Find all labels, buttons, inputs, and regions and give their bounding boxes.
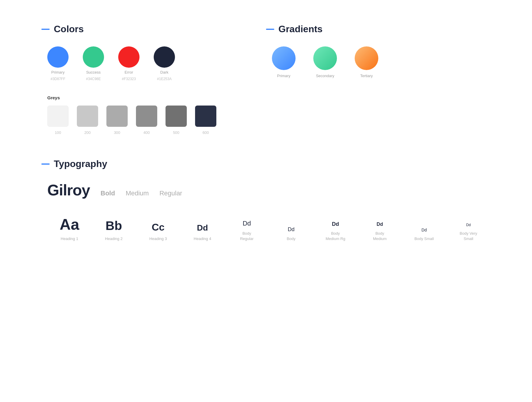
type-sample-char: Dd — [421, 228, 427, 232]
grey-swatch-item: 400 — [136, 106, 157, 135]
font-weight-bold: Bold — [100, 189, 115, 197]
typography-title: Typography — [54, 158, 107, 169]
color-circle — [47, 46, 69, 68]
swatch-hex: #1E253A — [157, 77, 171, 81]
type-sample-item: DdBody Regular — [225, 220, 269, 241]
typography-section: Typography Gilroy Bold Medium Regular Aa… — [41, 158, 491, 241]
grey-swatch-item: 200 — [77, 106, 98, 135]
swatch-hex: #3D87FF — [51, 77, 65, 81]
font-weight-regular: Regular — [159, 189, 182, 197]
color-swatch-item: Success#34C98E — [83, 46, 104, 81]
type-sample-char: Bb — [106, 220, 122, 232]
grey-swatches: 100200300400500600 — [47, 106, 266, 135]
grey-square — [77, 106, 98, 127]
type-sample-label: Heading 1 — [61, 236, 78, 241]
type-sample-item: DdHeading 4 — [180, 224, 225, 241]
color-swatch-item: Error#F32323 — [118, 46, 140, 81]
color-circle — [83, 46, 104, 68]
font-name: Gilroy — [47, 181, 90, 199]
type-sample-item: AaHeading 1 — [47, 217, 92, 241]
type-sample-char: Cc — [152, 222, 164, 232]
font-weight-medium: Medium — [126, 189, 149, 197]
type-sample-label: Body Very Small — [460, 231, 477, 241]
type-sample-label: Heading 3 — [149, 236, 167, 241]
typography-header: Typography — [41, 158, 491, 169]
typography-dash — [41, 163, 50, 165]
colors-dash — [41, 29, 50, 30]
type-sample-label: Body Medium — [373, 231, 387, 241]
type-sample-char: Dd — [288, 227, 294, 232]
type-sample-char: Dd — [332, 221, 339, 227]
grey-square — [106, 106, 128, 127]
grey-swatch-item: 600 — [195, 106, 216, 135]
grey-label: 600 — [202, 130, 209, 135]
grey-swatch-item: 500 — [166, 106, 187, 135]
type-sample-char: Dd — [466, 223, 471, 227]
greys-title: Greys — [47, 95, 266, 100]
colors-header: Colors — [41, 24, 266, 35]
color-circle — [118, 46, 140, 68]
grey-square — [195, 106, 216, 127]
grey-label: 200 — [84, 130, 91, 135]
colors-title: Colors — [54, 24, 84, 35]
gradient-circle — [313, 46, 337, 70]
type-sample-char: Aa — [60, 217, 79, 232]
swatch-label: Success — [86, 70, 100, 74]
gradients-header: Gradients — [266, 24, 491, 35]
type-sample-char: Dd — [197, 224, 208, 232]
type-sample-label: Body Regular — [240, 231, 254, 241]
grey-label: 100 — [55, 130, 61, 135]
swatch-hex: #34C98E — [86, 77, 101, 81]
type-sample-char: Dd — [243, 220, 251, 227]
swatch-label: Dark — [160, 70, 168, 74]
swatch-label: Primary — [51, 70, 65, 74]
type-sample-item: DdBody Medium Rg — [313, 221, 358, 241]
type-sample-item: DdBody Medium — [358, 222, 402, 241]
main-container: Colors Primary#3D87FFSuccess#34C98EError… — [0, 0, 532, 265]
grey-label: 400 — [143, 130, 150, 135]
type-sample-item: CcHeading 3 — [136, 222, 180, 241]
top-row: Colors Primary#3D87FFSuccess#34C98EError… — [41, 24, 491, 135]
type-sample-label: Body Small — [414, 236, 434, 241]
type-samples: AaHeading 1BbHeading 2CcHeading 3DdHeadi… — [47, 217, 491, 241]
grey-square — [47, 106, 69, 127]
swatch-hex: #F32323 — [122, 77, 136, 81]
gradient-label: Tertiary — [360, 74, 373, 78]
gradient-swatch-item: Secondary — [313, 46, 337, 78]
type-sample-label: Heading 2 — [105, 236, 122, 241]
color-circle — [154, 46, 175, 68]
gradients-dash — [266, 29, 274, 30]
grey-label: 300 — [114, 130, 120, 135]
type-sample-item: DdBody Small — [402, 228, 446, 241]
type-sample-label: Body Medium Rg — [326, 231, 345, 241]
grey-square — [136, 106, 157, 127]
gradient-swatches: PrimarySecondaryTertiary — [272, 46, 491, 78]
swatch-label: Error — [125, 70, 133, 74]
gradient-swatch-item: Primary — [272, 46, 296, 78]
gradients-title: Gradients — [278, 24, 322, 35]
type-sample-label: Heading 4 — [194, 236, 211, 241]
gradient-circle — [272, 46, 296, 70]
color-swatch-item: Primary#3D87FF — [47, 46, 69, 81]
type-sample-label: Body — [287, 236, 296, 241]
type-sample-char: Dd — [377, 222, 383, 227]
grey-square — [166, 106, 187, 127]
gradient-label: Secondary — [316, 74, 334, 78]
grey-label: 500 — [173, 130, 179, 135]
gradients-section: Gradients PrimarySecondaryTertiary — [266, 24, 491, 135]
type-sample-item: DdBody Very Small — [446, 223, 491, 241]
color-swatches: Primary#3D87FFSuccess#34C98EError#F32323… — [47, 46, 266, 81]
font-name-row: Gilroy Bold Medium Regular — [47, 181, 491, 199]
grey-swatch-item: 300 — [106, 106, 128, 135]
type-sample-item: BbHeading 2 — [92, 220, 136, 241]
color-swatch-item: Dark#1E253A — [154, 46, 175, 81]
gradient-circle — [355, 46, 378, 70]
type-sample-item: DdBody — [269, 227, 313, 241]
gradient-swatch-item: Tertiary — [355, 46, 378, 78]
grey-swatch-item: 100 — [47, 106, 69, 135]
colors-section: Colors Primary#3D87FFSuccess#34C98EError… — [41, 24, 266, 135]
gradient-label: Primary — [277, 74, 291, 78]
